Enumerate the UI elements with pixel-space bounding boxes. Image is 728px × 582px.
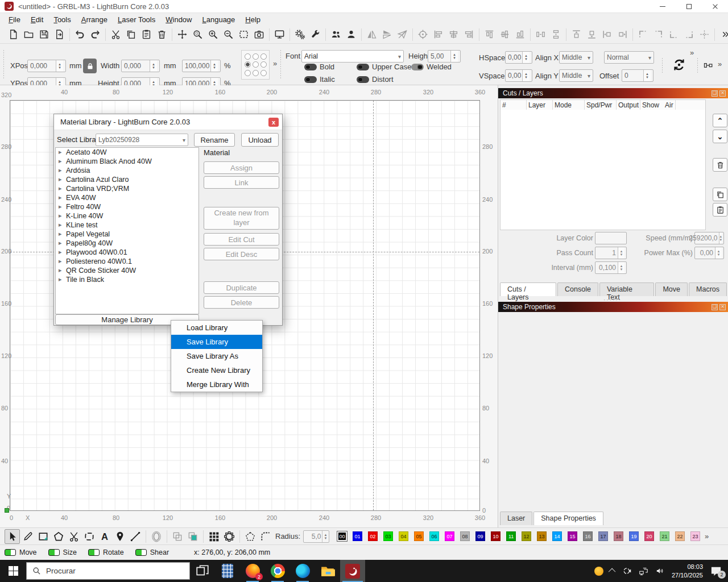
text-tool[interactable]	[97, 529, 112, 544]
status-toggle[interactable]	[48, 549, 60, 556]
align-left-button[interactable]	[431, 27, 446, 42]
hspace-field[interactable]: 0,00▴▾	[505, 51, 532, 64]
toolbar-grip[interactable]	[3, 49, 5, 79]
power-max-field[interactable]: 0,00▴▾	[694, 247, 724, 259]
chrome-button[interactable]	[265, 560, 290, 582]
panel-tab[interactable]: Console	[557, 282, 598, 296]
unload-library-button[interactable]: Unload	[241, 133, 279, 147]
edit-cut-button[interactable]: Edit Cut	[204, 233, 279, 246]
panel-tab[interactable]: Macros	[689, 282, 727, 296]
menu-option[interactable]: Save Library	[171, 335, 262, 349]
undo-button[interactable]	[72, 27, 88, 42]
menu-item[interactable]: Tools	[48, 14, 76, 25]
palette-swatch[interactable]: 02	[368, 531, 378, 541]
push-left-button[interactable]	[599, 27, 615, 42]
corner-bottom-right-button[interactable]	[681, 27, 697, 42]
spinner[interactable]: ▴▾	[643, 70, 651, 81]
offset-field[interactable]: 0▴▾	[622, 69, 653, 82]
open-file-button[interactable]	[21, 27, 36, 42]
palette-swatch[interactable]: 20	[644, 531, 654, 541]
edit-desc-button[interactable]: Edit Desc	[204, 248, 279, 260]
circular-array-tool[interactable]	[221, 529, 237, 544]
layer-copy-button[interactable]	[713, 188, 727, 201]
toolbar-grip[interactable]	[661, 57, 663, 73]
palette-swatch[interactable]: 04	[399, 531, 408, 541]
palette-swatch[interactable]: 16	[583, 531, 593, 541]
anchor-dot[interactable]	[253, 61, 259, 68]
polygon-tool[interactable]	[51, 529, 66, 544]
material-item[interactable]: Aluminum Black Anod 40W	[56, 157, 198, 166]
layer-up-button[interactable]: ⌃	[713, 114, 727, 127]
frame-selection-button[interactable]	[236, 27, 251, 42]
radius-field[interactable]: 5,0▴▾	[303, 530, 329, 543]
start-button[interactable]	[0, 560, 26, 582]
palette-swatch[interactable]: 10	[491, 531, 500, 541]
panel-tab[interactable]: Move	[655, 282, 688, 296]
panel-tab[interactable]: Variable Text	[599, 282, 655, 296]
width-field[interactable]: 0,000▴▾	[121, 60, 160, 72]
measure-tool[interactable]	[127, 529, 143, 544]
paste-button[interactable]	[139, 27, 154, 42]
align-top-button[interactable]	[482, 27, 497, 42]
spinner[interactable]: ▴▾	[618, 247, 624, 259]
zoom-in-button[interactable]	[205, 27, 221, 42]
radius-corner-tool[interactable]	[258, 529, 273, 544]
uppercase-toggle[interactable]	[357, 64, 369, 70]
save-file-button[interactable]	[36, 27, 52, 42]
vspace-field[interactable]: 0,00▴▾	[505, 69, 532, 82]
spinner[interactable]: ▴▾	[719, 232, 722, 244]
material-list[interactable]: Acetato 40WAluminum Black Anod 40WArdósi…	[55, 147, 199, 314]
anchor-dot[interactable]	[260, 53, 267, 60]
menu-option[interactable]: Save Library As	[171, 349, 262, 363]
position-pin-tool[interactable]	[112, 529, 127, 544]
offset-shapes-tool[interactable]	[148, 529, 164, 544]
network-icon[interactable]	[639, 566, 648, 576]
spinner[interactable]: ▴▾	[322, 531, 329, 542]
layer-delete-button[interactable]	[713, 158, 727, 172]
status-toggle[interactable]	[5, 549, 16, 556]
delete-button[interactable]	[154, 27, 169, 42]
align-bottom-button[interactable]	[512, 27, 528, 42]
panel-tab[interactable]: Shape Properties	[533, 512, 603, 525]
volume-icon[interactable]	[655, 566, 665, 576]
undock-icon[interactable]: ❏	[712, 90, 718, 97]
toolbar-overflow-button[interactable]	[717, 27, 728, 42]
toolbar-grip[interactable]	[697, 57, 698, 73]
font-combo[interactable]: Arial	[301, 50, 404, 63]
font-height-field[interactable]: 5,00▴▾	[428, 50, 461, 63]
duplicate-button[interactable]: Duplicate	[204, 281, 279, 294]
corner-bottom-left-button[interactable]	[666, 27, 681, 42]
tray-app-icon[interactable]	[594, 567, 603, 576]
material-item[interactable]: KLine test	[56, 221, 198, 230]
firefox-button[interactable]: 2	[240, 560, 265, 582]
material-item[interactable]: Ardósia	[56, 166, 198, 175]
spinner[interactable]: ▴▾	[522, 52, 530, 63]
assign-button[interactable]: Assign	[204, 161, 279, 174]
anchor-dot[interactable]	[245, 70, 251, 76]
sync-button[interactable]	[672, 58, 686, 72]
menu-item[interactable]: Laser Tools	[113, 14, 160, 25]
anchor-dot[interactable]	[260, 70, 267, 76]
material-item[interactable]: K-Line 40W	[56, 211, 198, 221]
distribute-h-button[interactable]	[533, 27, 548, 42]
spinner[interactable]: ▴▾	[715, 247, 722, 259]
palette-swatch[interactable]: 03	[383, 531, 393, 541]
capture-button[interactable]	[251, 27, 267, 42]
italic-toggle[interactable]	[304, 76, 317, 83]
preview-button[interactable]	[272, 27, 287, 42]
menu-item[interactable]: Edit	[26, 14, 48, 25]
taskbar-search[interactable]: Procurar	[26, 562, 190, 580]
close-button[interactable]	[702, 0, 728, 13]
palette-swatch[interactable]: 06	[429, 531, 439, 541]
palette-swatch[interactable]: 01	[353, 531, 362, 541]
spinner[interactable]: ▴▾	[450, 51, 458, 62]
spinner[interactable]: ▴▾	[56, 60, 63, 72]
bold-toggle[interactable]	[304, 64, 317, 70]
undock-icon[interactable]: ❏	[712, 304, 718, 310]
anchor-dot[interactable]	[253, 53, 259, 60]
rename-library-button[interactable]: Rename	[194, 133, 235, 147]
spinner[interactable]: ▴▾	[210, 60, 218, 72]
push-top-button[interactable]	[569, 27, 584, 42]
column-header[interactable]: Show	[640, 100, 663, 110]
text-style-combo[interactable]: Normal	[604, 51, 654, 64]
